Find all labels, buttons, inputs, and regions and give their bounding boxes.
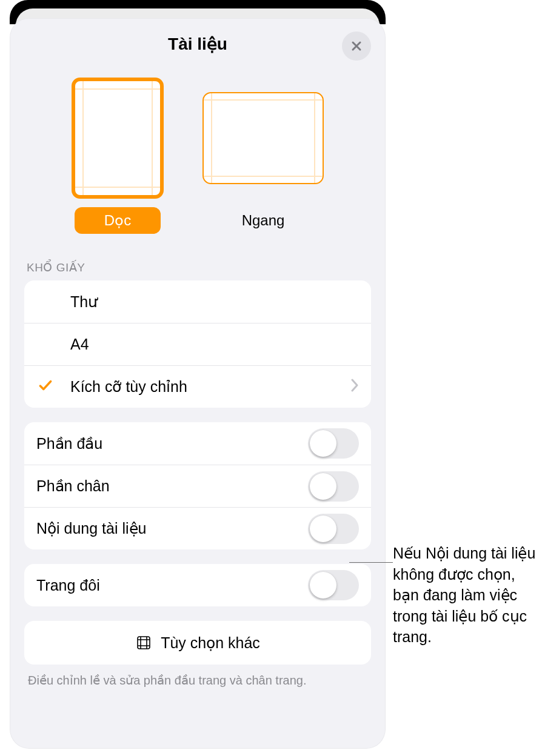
toggle-label: Trang đôi <box>36 577 100 594</box>
orientation-portrait-option[interactable]: Dọc <box>72 78 164 234</box>
list-item-label: Kích cỡ tùy chỉnh <box>70 378 187 396</box>
orientation-picker: Dọc Ngang <box>24 78 371 234</box>
close-icon <box>350 40 363 52</box>
grid-icon <box>135 634 152 651</box>
headers-row[interactable]: Phần đầu <box>24 422 371 465</box>
more-options-label: Tùy chọn khác <box>161 634 260 652</box>
document-settings-sheet: Tài liệu Dọc Ngang KHỔ GIẤY Thư <box>10 18 386 749</box>
toggle-label: Phần đầu <box>36 435 102 453</box>
orientation-landscape-option[interactable]: Ngang <box>202 78 324 234</box>
facing-pages-group: Trang đôi <box>24 564 371 606</box>
list-item-label: Thư <box>70 293 98 311</box>
footers-row[interactable]: Phần chân <box>24 465 371 507</box>
footers-toggle[interactable] <box>308 471 359 502</box>
callout-leader-line <box>349 562 393 563</box>
more-options-button[interactable]: Tùy chọn khác <box>24 621 371 665</box>
toggle-label: Nội dung tài liệu <box>36 520 146 537</box>
chevron-right-icon <box>350 378 359 396</box>
paper-size-section-label: KHỔ GIẤY <box>27 260 369 274</box>
close-button[interactable] <box>342 31 371 61</box>
portrait-thumbnail <box>72 78 164 199</box>
paper-size-group: Thư A4 Kích cỡ tùy chỉnh <box>24 280 371 408</box>
svg-rect-0 <box>138 637 150 649</box>
paper-size-option-custom[interactable]: Kích cỡ tùy chỉnh <box>24 365 371 408</box>
footer-note: Điều chỉnh lề và sửa phần đầu trang và c… <box>28 673 367 688</box>
toggle-label: Phần chân <box>36 477 110 495</box>
checkmark-icon <box>38 377 56 397</box>
portrait-label[interactable]: Dọc <box>75 207 161 234</box>
paper-size-option-a4[interactable]: A4 <box>24 323 371 365</box>
callout-text: Nếu Nội dung tài liệu không được chọn, b… <box>393 543 541 648</box>
toggles-group: Phần đầu Phần chân Nội dung tài liệu <box>24 422 371 549</box>
list-item-label: A4 <box>70 336 89 353</box>
document-body-toggle[interactable] <box>308 514 359 544</box>
sheet-header: Tài liệu <box>24 33 371 69</box>
sheet-title: Tài liệu <box>24 33 371 54</box>
landscape-thumbnail <box>202 92 324 184</box>
headers-toggle[interactable] <box>308 428 359 459</box>
facing-pages-toggle[interactable] <box>308 570 359 600</box>
facing-pages-row[interactable]: Trang đôi <box>24 564 371 606</box>
document-body-row[interactable]: Nội dung tài liệu <box>24 507 371 549</box>
landscape-label[interactable]: Ngang <box>220 207 306 234</box>
paper-size-option-letter[interactable]: Thư <box>24 280 371 323</box>
